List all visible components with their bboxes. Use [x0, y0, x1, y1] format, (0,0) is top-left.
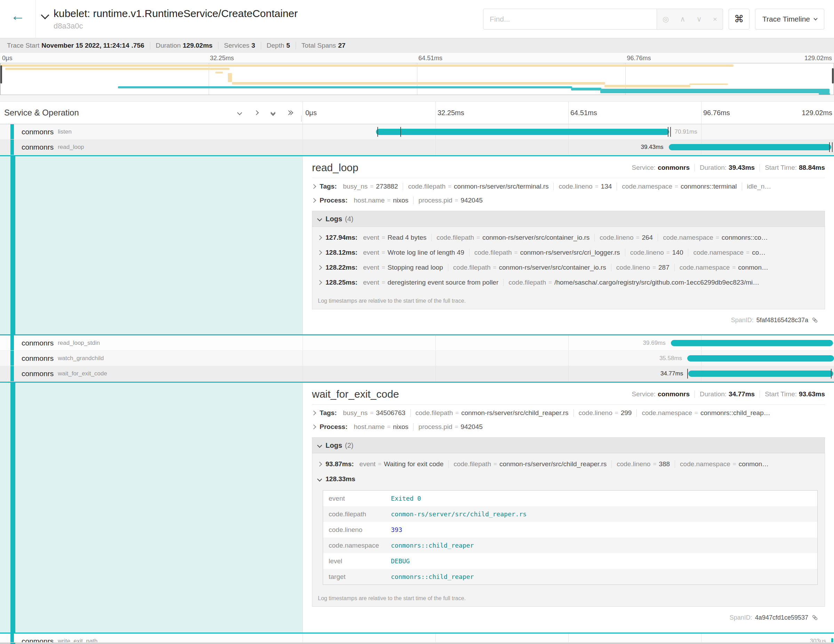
- field-key: code.lineno: [616, 264, 650, 271]
- span-bar[interactable]: [669, 144, 832, 150]
- collapse-title-icon[interactable]: [36, 0, 52, 38]
- process-row[interactable]: Process: host.name=nixos process.pid=942…: [312, 193, 825, 207]
- minimap-scrub-handle-left[interactable]: [0, 65, 2, 84]
- service-name: conmonrs: [21, 143, 53, 151]
- clear-search-icon[interactable]: ×: [713, 15, 717, 23]
- span-row-read-loop[interactable]: conmonrs read_loop 39.43ms: [0, 139, 834, 155]
- span-timeline-cell[interactable]: 35.58ms: [302, 351, 834, 366]
- log-entry[interactable]: 128.12ms: event=Wrote log line of length…: [312, 249, 824, 256]
- span-name-cell[interactable]: conmonrs read_loop_stdin: [0, 335, 302, 350]
- timeline-minimap[interactable]: [0, 63, 834, 95]
- field-key: code.lineno: [600, 234, 633, 241]
- service-name: conmonrs: [21, 369, 53, 378]
- deep-link-icon[interactable]: [811, 614, 819, 621]
- log-timestamp: 128.33ms: [325, 475, 356, 483]
- summary-total-spans: Total Spans27: [296, 42, 351, 49]
- log-entry[interactable]: 127.94ms: event=Read 4 bytes code.filepa…: [312, 234, 824, 241]
- log-entry-expanded-header[interactable]: 128.33ms: [312, 475, 824, 483]
- process-row[interactable]: Process: host.name=nixos process.pid=942…: [312, 420, 825, 434]
- tag-pill: busy_ns=34506763: [338, 409, 410, 417]
- span-detail-card: read_loop Service:conmonrs Duration:39.4…: [302, 156, 834, 334]
- match-target-icon[interactable]: ◎: [663, 15, 669, 23]
- span-row-wait-for-exit-code[interactable]: conmonrs wait_for_exit_code 34.77ms: [0, 366, 834, 382]
- span-timeline-cell[interactable]: 34.77ms: [302, 366, 834, 381]
- tag-pill-truncated: idle_n…: [742, 183, 776, 190]
- span-detail-meta: Service:conmonrs Duration:39.43ms Start …: [627, 164, 825, 172]
- chevron-right-icon: [312, 424, 316, 429]
- field-value: conmon…: [738, 264, 768, 271]
- prev-match-icon[interactable]: ∧: [680, 15, 685, 23]
- find-input[interactable]: [483, 9, 657, 29]
- view-selector-label: Trace Timeline: [762, 15, 810, 23]
- field-value: 134: [601, 183, 612, 190]
- span-row-read-loop-stdin[interactable]: conmonrs read_loop_stdin 39.69ms: [0, 335, 834, 351]
- collapse-one-icon[interactable]: [253, 109, 259, 116]
- span-row-write-exit-path[interactable]: conmonrs write_exit_path 303μs: [0, 634, 834, 642]
- logs-header[interactable]: Logs (4): [312, 211, 825, 227]
- expand-one-icon[interactable]: [236, 109, 243, 116]
- equals-sign: =: [493, 461, 497, 468]
- span-bar[interactable]: [688, 371, 833, 377]
- meta-label: Start Time:: [765, 390, 797, 398]
- service-operation-header: Service & Operation: [0, 102, 302, 124]
- back-button[interactable]: ←: [0, 0, 36, 38]
- meta-value: 34.77ms: [729, 390, 755, 398]
- minimap-span-segment: [689, 84, 727, 85]
- log-entry[interactable]: 128.22ms: event=Stopping read loop code.…: [312, 264, 824, 271]
- span-name-cell[interactable]: conmonrs write_exit_path: [0, 634, 302, 642]
- process-label: Process:: [320, 197, 348, 204]
- field-key: code.lineno: [617, 460, 650, 468]
- span-row-watch-grandchild[interactable]: conmonrs watch_grandchild 35.58ms: [0, 351, 834, 366]
- field-pill: code.filepath=/home/sascha/.cargo/regist…: [503, 279, 764, 286]
- log-timestamp: 127.94ms:: [325, 234, 357, 241]
- field-key: code.lineno: [579, 409, 613, 417]
- equals-sign: =: [448, 183, 451, 190]
- span-detail-title: wait_for_exit_code: [312, 388, 399, 400]
- timeline-ruler: 0μs 32.25ms 64.51ms 96.76ms 129.02ms: [302, 102, 834, 124]
- span-name-cell[interactable]: conmonrs listen: [0, 124, 302, 139]
- chevron-down-icon: [317, 217, 322, 221]
- span-name-cell[interactable]: conmonrs read_loop: [0, 139, 302, 155]
- meta-label: Start Time:: [765, 164, 797, 171]
- span-row-listen[interactable]: conmonrs listen 70.91ms: [0, 124, 834, 139]
- tags-row[interactable]: Tags: busy_ns=273882 code.filepath=conmo…: [312, 180, 825, 193]
- next-match-icon[interactable]: ∨: [697, 15, 702, 23]
- span-bar[interactable]: [376, 129, 669, 135]
- span-timeline-cell[interactable]: 303μs: [302, 634, 834, 642]
- minimap-scrub-handle-right[interactable]: [832, 68, 834, 84]
- field-value: Read 4 bytes: [388, 234, 427, 241]
- logs-header[interactable]: Logs (2): [312, 437, 825, 453]
- field-key: code.namespace: [323, 542, 391, 549]
- field-key: host.name: [354, 423, 385, 431]
- span-timeline-cell[interactable]: 39.69ms: [302, 335, 834, 350]
- tick-label: 64.51ms: [571, 109, 597, 117]
- collapse-all-icon[interactable]: [286, 109, 293, 116]
- log-entry[interactable]: 128.25ms: event=deregistering event sour…: [312, 279, 824, 286]
- expand-all-icon[interactable]: [270, 109, 276, 116]
- field-key: code.lineno: [630, 249, 664, 256]
- field-key: event: [363, 249, 379, 256]
- log-marker: [687, 369, 688, 379]
- divider: [312, 178, 825, 178]
- equals-sign: =: [733, 461, 736, 468]
- span-name-cell[interactable]: conmonrs watch_grandchild: [0, 351, 302, 366]
- log-entry[interactable]: 93.87ms: event=Waiting for exit code cod…: [312, 460, 824, 468]
- span-timeline-cell[interactable]: 39.43ms: [302, 139, 834, 155]
- span-bar[interactable]: [687, 355, 834, 361]
- deep-link-icon[interactable]: [811, 316, 819, 324]
- span-bar[interactable]: [831, 638, 833, 642]
- tags-row[interactable]: Tags: busy_ns=34506763 code.filepath=con…: [312, 406, 825, 420]
- field-key: event: [359, 460, 375, 468]
- view-selector-button[interactable]: Trace Timeline: [755, 9, 824, 29]
- equals-sign: =: [653, 461, 656, 468]
- span-name-cell[interactable]: conmonrs wait_for_exit_code: [0, 366, 302, 381]
- span-grid-header: Service & Operation 0μs 32.25ms 64.51ms …: [0, 102, 834, 124]
- logs-section: Logs (2) 93.87ms: event=Waiting for exit…: [312, 437, 825, 607]
- span-id-row: SpanID: 5faf48165428c37a: [312, 314, 825, 330]
- span-bar[interactable]: [671, 340, 833, 346]
- equals-sign: =: [381, 279, 385, 286]
- span-duration-label: 35.58ms: [657, 355, 684, 362]
- span-timeline-cell[interactable]: 70.91ms: [302, 124, 834, 139]
- field-pill: event=Waiting for exit code: [354, 460, 448, 468]
- keyboard-shortcuts-button[interactable]: ⌘: [729, 9, 750, 29]
